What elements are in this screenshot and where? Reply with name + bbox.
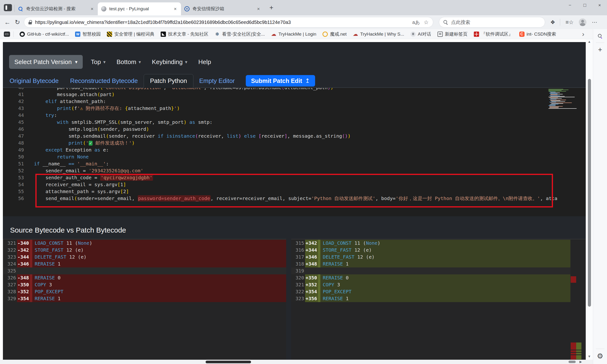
lock-icon xyxy=(28,20,32,25)
code-line[interactable]: 41 message.attach(part) xyxy=(3,91,586,98)
menu-keybinding[interactable]: Keybinding▾ xyxy=(152,58,187,66)
address-bar[interactable]: https://pylingual.io/view_chimera?identi… xyxy=(24,17,433,27)
bookmarks-overflow-icon[interactable]: › xyxy=(582,30,584,38)
close-icon[interactable]: × xyxy=(592,0,607,11)
bookmark-item[interactable]: TryHackMe | Why S... xyxy=(353,32,404,37)
bookmark-item[interactable]: 魔戒.net xyxy=(322,31,347,37)
tab-close-icon[interactable]: × xyxy=(173,6,178,12)
diff-instruction: RERAISE 0 xyxy=(320,274,570,281)
diff-offset: -344 xyxy=(17,254,32,260)
browser-tab[interactable]: test.pyc - PyLingual× xyxy=(98,2,181,15)
diff-row-left: 321-340LOAD_CONST 11 (None) xyxy=(3,240,286,247)
bookmark-item[interactable]: 看雪-安全社区|安全... xyxy=(215,31,265,37)
line-number: 51 xyxy=(3,160,24,167)
tab-original-bytecode[interactable]: Original Bytecode xyxy=(10,77,59,85)
tab-close-icon[interactable]: × xyxy=(90,6,94,12)
search-box[interactable]: 点此搜索 xyxy=(439,17,545,27)
line-number: 42 xyxy=(3,98,24,105)
scrollbar-thumb[interactable] xyxy=(588,79,591,307)
scroll-down-icon[interactable]: ▼ xyxy=(586,354,593,358)
code-line[interactable]: 43 print(f'⚠ 附件路径不存在: {attachment_path}'… xyxy=(3,105,586,112)
extensions-icon[interactable]: ❖ xyxy=(550,19,555,26)
browser-tab[interactable]: 奇安信情报沙箱× xyxy=(181,2,264,15)
editor-minimap[interactable] xyxy=(547,89,581,119)
diff-line-number: 325 xyxy=(3,267,17,274)
collections-icon[interactable]: ≡☆ xyxy=(565,19,574,26)
bookmark-item[interactable]: 『软件调试区』 xyxy=(474,31,513,37)
scroll-up-icon[interactable]: ▲ xyxy=(586,40,593,43)
maximize-icon[interactable]: □ xyxy=(577,0,592,11)
code-line[interactable]: 42 elif attachment_path: xyxy=(3,98,586,105)
menu-top[interactable]: Top▾ xyxy=(91,58,106,66)
diff-offset: -350 xyxy=(17,281,32,288)
translate-icon[interactable]: aあ xyxy=(412,19,420,26)
new-tab-button[interactable]: + xyxy=(267,4,275,12)
diff-instruction xyxy=(320,267,570,274)
bookmark-item[interactable]: 安全管理 | 编程词典 xyxy=(107,31,154,37)
bookmark-item[interactable]: GitHub - ctf-wiki/ctf... xyxy=(20,32,69,37)
diff-line-number: 326 xyxy=(3,274,17,281)
code-line[interactable]: 40 part.add_header('Content-Disposition'… xyxy=(3,88,586,91)
favorite-star-icon[interactable]: ☆ xyxy=(424,19,429,26)
sidebar-toggle-icon[interactable] xyxy=(4,32,10,37)
sidebar-search-icon[interactable] xyxy=(597,33,603,39)
tab-empty-editor[interactable]: Empty Editor xyxy=(199,77,235,85)
h-scrollbar-thumb-gray[interactable] xyxy=(568,361,576,363)
h-scrollbar-thumb-dark[interactable] xyxy=(206,361,251,363)
bookmark-item[interactable]: 技术文章 - 先知社区 xyxy=(161,31,209,37)
code-line[interactable]: 47 smtp.sendmail(sender, receiver if isi… xyxy=(3,133,586,140)
bookmark-item[interactable]: int- CSDN搜索 xyxy=(519,31,556,37)
line-number: 45 xyxy=(3,119,24,126)
settings-gear-icon[interactable]: ⚙ xyxy=(597,352,603,360)
code-text: part.add_header('Content-Disposition', '… xyxy=(34,88,333,91)
bookmark-item[interactable]: AI对话 xyxy=(410,31,431,37)
tab-actions-icon[interactable] xyxy=(4,4,12,11)
bookmark-item[interactable]: 智慧校园 xyxy=(75,31,101,37)
menu-bottom[interactable]: Bottom▾ xyxy=(117,58,141,66)
code-line[interactable]: 44 try: xyxy=(3,112,586,119)
select-patch-version-button[interactable]: Select Patch Version ▾ xyxy=(9,55,83,69)
diff-instruction: LOAD_CONST 11 (None) xyxy=(320,240,570,247)
tab-patch-python[interactable]: Patch Python xyxy=(144,74,194,88)
bookmark-label: AI对话 xyxy=(418,31,431,37)
browser-tab[interactable]: 奇安信云沙箱检测 - 搜索× xyxy=(14,2,98,15)
diff-instruction: POP_EXCEPT xyxy=(320,288,570,295)
browser-nav-row: ← ↻ https://pylingual.io/view_chimera?id… xyxy=(0,15,607,29)
code-line[interactable]: 52 sender_email = '2934235261@qq.com' xyxy=(3,167,586,174)
sidebar-add-icon[interactable]: + xyxy=(598,46,602,54)
code-line[interactable]: 48 print('✓ 邮件发送成功！') xyxy=(3,140,586,146)
bookmark-item[interactable]: 新建标签页 xyxy=(437,31,468,37)
minimize-icon[interactable]: − xyxy=(563,0,577,11)
page-scrollbar: ▲ ▼ xyxy=(586,39,593,364)
url-text[interactable]: https://pylingual.io/view_chimera?identi… xyxy=(35,20,409,25)
diff-overview-ruler xyxy=(570,239,586,360)
diff-instruction: DELETE_FAST 12 (e) xyxy=(320,254,570,260)
profile-avatar[interactable] xyxy=(579,18,586,26)
bookmark-item[interactable]: TryHackMe | Login xyxy=(271,32,316,37)
diff-row-right: 317+346DELETE_FAST 12 (e) xyxy=(291,254,570,260)
xianzhi-icon xyxy=(161,32,166,37)
code-text: smtp.sendmail(sender, receiver if isinst… xyxy=(34,133,351,140)
menu-label: Keybinding xyxy=(152,58,183,66)
browser-tab-strip: 奇安信云沙箱检测 - 搜索×test.pyc - PyLingual×奇安信情报… xyxy=(0,0,607,15)
code-line[interactable]: 51if __name__ == '__main__': xyxy=(3,160,586,167)
code-line[interactable]: 49 except Exception as e: xyxy=(3,146,586,154)
code-line[interactable]: 46 smtp.login(sender, password) xyxy=(3,126,586,133)
diff-offset: +348 xyxy=(305,260,320,267)
code-line[interactable]: 50 return None xyxy=(3,154,586,160)
code-line[interactable]: 45 with smtplib.SMTP_SSL(smtp_server, sm… xyxy=(3,119,586,126)
tab-close-icon[interactable]: × xyxy=(256,6,261,12)
refresh-icon[interactable]: ↻ xyxy=(15,19,20,26)
line-number: 44 xyxy=(3,112,24,119)
diff-instruction: RERAISE 1 xyxy=(320,260,570,267)
back-icon[interactable]: ← xyxy=(4,19,11,26)
more-menu-icon[interactable]: ⋯ xyxy=(592,19,597,26)
diff-offset: -348 xyxy=(17,274,32,281)
tab-reconstructed-bytecode[interactable]: Reconstructed Bytecode xyxy=(70,77,138,85)
line-number: 40 xyxy=(3,88,24,91)
scroll-right-icon[interactable]: ▶ xyxy=(580,360,582,364)
diff-offset: -354 xyxy=(17,295,32,302)
submit-patch-edit-button[interactable]: Submit Patch Edit ↥ xyxy=(246,75,315,87)
diff-row-left: 324-346RERAISE 1 xyxy=(3,260,286,267)
menu-help[interactable]: Help xyxy=(198,58,211,66)
